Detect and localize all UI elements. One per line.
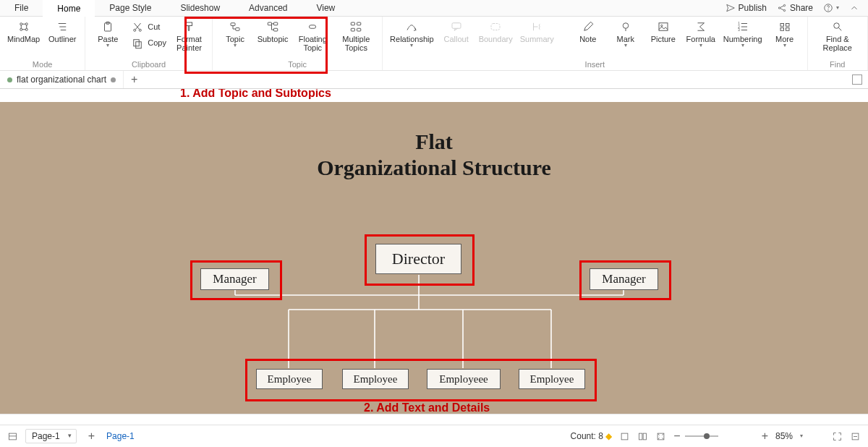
page-list-icon[interactable] xyxy=(7,431,18,442)
svg-rect-26 xyxy=(452,23,461,29)
floating-topic-button[interactable]: Floating Topic xyxy=(292,18,333,59)
boundary-button: Boundary xyxy=(476,18,516,59)
zoom-in-button[interactable]: + xyxy=(762,430,768,443)
zoom-out-button[interactable]: − xyxy=(673,430,680,443)
document-tab[interactable]: flat organizational chart xyxy=(0,71,124,88)
node-manager-left[interactable]: Manager xyxy=(200,268,269,290)
show-panel-button[interactable] xyxy=(852,74,862,85)
svg-rect-15 xyxy=(186,22,192,26)
annotation-1: 1. Add Topic and Subtopics xyxy=(180,89,331,100)
group-label: Mode xyxy=(4,59,80,70)
multiple-topics-icon xyxy=(349,20,362,33)
more-button[interactable]: More▾ xyxy=(767,18,803,59)
svg-point-5 xyxy=(20,23,22,25)
zoom-slider[interactable] xyxy=(685,435,718,437)
svg-rect-23 xyxy=(357,22,361,25)
tab-page-style[interactable]: Page Style xyxy=(95,0,166,18)
share-button[interactable]: Share xyxy=(777,3,813,13)
picture-button[interactable]: Picture xyxy=(645,18,681,59)
node-employee-4[interactable]: Employee xyxy=(519,369,585,389)
node-employee-1[interactable]: Employee xyxy=(256,369,323,389)
svg-rect-29 xyxy=(659,23,668,31)
callout-button: Callout xyxy=(438,18,475,59)
document-tabs: flat organizational chart + xyxy=(0,71,868,89)
node-employee-2[interactable]: Employee xyxy=(342,369,409,389)
node-employee-3[interactable]: Employeee xyxy=(427,369,501,389)
picture-icon xyxy=(657,20,670,33)
group-label: Find xyxy=(812,59,863,70)
ribbon-group-topic: Topic▾ Subtopic Floating Topic Multiple … xyxy=(213,17,383,70)
hscroll-gutter[interactable] xyxy=(0,414,868,425)
svg-rect-13 xyxy=(134,40,140,46)
cut-button[interactable]: Cut xyxy=(127,20,169,35)
svg-rect-24 xyxy=(352,28,355,31)
svg-point-7 xyxy=(20,28,22,30)
svg-rect-16 xyxy=(231,23,235,26)
canvas-wrap: 1. Add Topic and Subtopics Flat Organiza… xyxy=(0,89,868,425)
publish-button[interactable]: Publish xyxy=(726,3,767,13)
copy-button[interactable]: Copy xyxy=(127,35,169,51)
svg-rect-17 xyxy=(236,28,239,31)
formula-button[interactable]: Formula▾ xyxy=(683,18,719,59)
group-label: Clipboard xyxy=(90,59,208,70)
new-document-button[interactable]: + xyxy=(124,73,145,86)
svg-point-6 xyxy=(25,23,27,25)
group-label: Insert xyxy=(387,59,803,70)
svg-point-30 xyxy=(660,25,662,26)
svg-text:3: 3 xyxy=(738,28,740,32)
subtopic-button[interactable]: Subtopic xyxy=(255,18,291,59)
find-replace-button[interactable]: Find & Replace xyxy=(812,18,863,59)
multiple-topics-button[interactable]: Multiple Topics xyxy=(335,18,378,59)
numbering-button[interactable]: 123Numbering▾ xyxy=(720,18,765,59)
outliner-button[interactable]: Outliner xyxy=(44,18,80,59)
view-single-icon[interactable] xyxy=(619,431,630,442)
canvas[interactable]: Flat Organizational Structure Director M… xyxy=(0,102,868,425)
summary-button: Summary xyxy=(517,18,557,59)
add-page-button[interactable]: + xyxy=(84,430,99,443)
document-tab-label: flat organizational chart xyxy=(17,74,106,85)
tab-slideshow[interactable]: Slideshow xyxy=(166,0,234,18)
node-director[interactable]: Director xyxy=(375,244,461,274)
tab-view[interactable]: View xyxy=(302,0,349,18)
subtopic-icon xyxy=(266,20,279,33)
formula-icon xyxy=(694,20,707,33)
ribbon: MindMap Outliner Mode Paste▾ Cut Copy Fo… xyxy=(0,17,868,71)
svg-rect-19 xyxy=(274,22,278,25)
collapse-ribbon-button[interactable] xyxy=(849,3,859,13)
topic-button[interactable]: Topic▾ xyxy=(217,18,253,59)
svg-rect-50 xyxy=(621,433,628,440)
minimize-panel-icon[interactable] xyxy=(850,431,861,442)
fit-page-icon[interactable] xyxy=(655,431,666,442)
help-icon xyxy=(823,3,833,13)
mindmap-button[interactable]: MindMap xyxy=(4,18,43,59)
unsaved-dot-icon xyxy=(111,77,116,82)
page-label[interactable]: Page-1 xyxy=(106,431,135,441)
note-button[interactable]: Note xyxy=(570,18,606,59)
svg-rect-21 xyxy=(310,25,316,29)
paste-icon xyxy=(101,20,114,33)
paste-button[interactable]: Paste▾ xyxy=(90,18,126,59)
view-split-icon[interactable] xyxy=(637,431,648,442)
mindmap-icon xyxy=(17,20,30,33)
zoom-value[interactable]: 85% xyxy=(775,431,793,441)
svg-point-28 xyxy=(623,23,629,29)
node-manager-right[interactable]: Manager xyxy=(590,268,658,290)
format-painter-button[interactable]: Format Painter xyxy=(171,18,208,59)
tab-file[interactable]: File xyxy=(0,0,43,18)
note-icon xyxy=(582,20,595,33)
mark-button[interactable]: Mark▾ xyxy=(608,18,644,59)
more-icon xyxy=(778,20,791,33)
svg-point-38 xyxy=(834,23,840,29)
menu-tabs: File Home Page Style Slideshow Advanced … xyxy=(0,0,868,17)
relationship-button[interactable]: Relationship▾ xyxy=(387,18,437,59)
svg-point-4 xyxy=(828,10,829,11)
svg-rect-52 xyxy=(643,433,646,440)
svg-point-11 xyxy=(134,29,136,31)
fullscreen-icon[interactable] xyxy=(832,431,843,442)
tab-advanced[interactable]: Advanced xyxy=(234,0,302,18)
page-select[interactable]: Page-1 xyxy=(25,429,77,443)
help-button[interactable]: ▾ xyxy=(823,3,839,13)
svg-point-8 xyxy=(25,28,27,30)
doc-type-dot-icon xyxy=(7,77,12,82)
ribbon-group-find: Find & Replace Find xyxy=(808,17,868,70)
